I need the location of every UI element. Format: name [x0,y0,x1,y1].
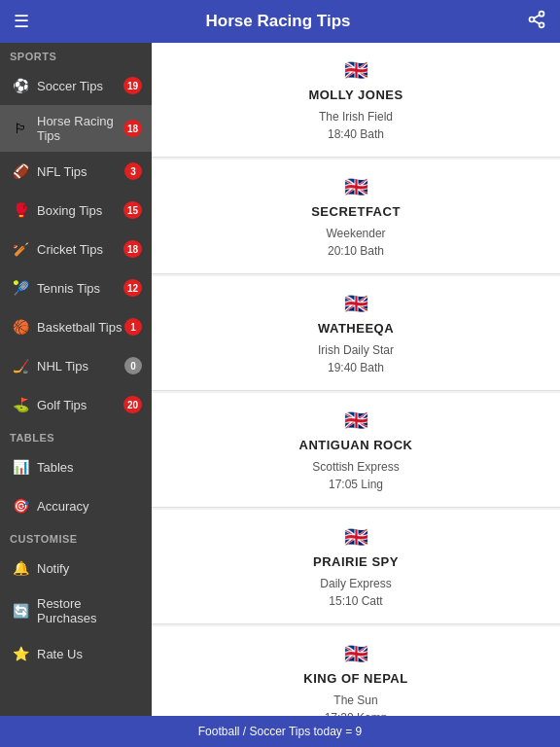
horse-racing-label: Horse Racing Tips [37,114,123,143]
horse-racing-icon: 🏳 [10,118,31,139]
sidebar-item-accuracy[interactable]: 🎯 Accuracy [0,486,152,525]
horse-time-4: 15:10 Catt [329,594,382,608]
header-title: Horse Racing Tips [206,12,351,31]
nhl-label: NHL Tips [37,359,124,374]
boxing-icon: 🥊 [10,199,31,221]
horse-flag-0: 🇬🇧 [344,58,368,82]
menu-icon[interactable]: ☰ [14,11,29,32]
rate-label: Rate Us [37,647,142,661]
nfl-icon: 🏈 [10,160,31,182]
nfl-badge: 3 [124,162,142,180]
sidebar-item-nfl[interactable]: 🏈 NFL Tips 3 [0,152,152,191]
nhl-badge: 0 [124,357,142,374]
horse-flag-4: 🇬🇧 [344,525,368,549]
horse-time-0: 18:40 Bath [328,127,384,141]
horse-card-0[interactable]: 🇬🇧 MOLLY JONES The Irish Field 18:40 Bat… [152,43,560,158]
content-area: 🇬🇧 MOLLY JONES The Irish Field 18:40 Bat… [152,43,560,716]
horse-source-5: The Sun [333,694,377,707]
restore-label: Restore Purchases [37,596,142,625]
notify-label: Notify [37,561,142,576]
horse-name-0: MOLLY JONES [308,88,402,102]
sidebar-item-rate[interactable]: ⭐ Rate Us [0,634,152,673]
sports-section-label: Sports [0,43,152,66]
sidebar-item-tennis[interactable]: 🎾 Tennis Tips 12 [0,268,152,307]
boxing-badge: 15 [123,201,142,219]
svg-line-4 [534,15,540,18]
tennis-label: Tennis Tips [37,281,123,296]
rate-icon: ⭐ [10,643,31,664]
basketball-label: Basketball Tips [37,320,124,335]
cricket-label: Cricket Tips [37,242,123,257]
sidebar-item-basketball[interactable]: 🏀 Basketball Tips 1 [0,307,152,346]
sidebar-sports-list: ⚽ Soccer Tips 19 🏳 Horse Racing Tips 18 … [0,66,152,424]
horse-flag-3: 🇬🇧 [344,409,368,432]
horse-name-2: WATHEEQA [318,321,394,336]
notify-icon: 🔔 [10,557,31,579]
sidebar-item-boxing[interactable]: 🥊 Boxing Tips 15 [0,191,152,230]
boxing-label: Boxing Tips [37,203,123,218]
tables-section-label: Tables [0,424,152,447]
sidebar: Sports ⚽ Soccer Tips 19 🏳 Horse Racing T… [0,43,152,716]
tables-label: Tables [37,460,142,475]
accuracy-icon: 🎯 [10,495,31,516]
horse-flag-1: 🇬🇧 [344,175,368,198]
cricket-icon: 🏏 [10,238,31,260]
horse-source-2: Irish Daily Star [318,343,394,357]
soccer-label: Soccer Tips [37,79,123,93]
sidebar-tables-list: 📊 Tables 🎯 Accuracy [0,447,152,525]
horse-time-2: 19:40 Bath [328,361,384,374]
horse-card-4[interactable]: 🇬🇧 PRAIRIE SPY Daily Express 15:10 Catt [152,510,560,624]
sidebar-customise-list: 🔔 Notify 🔄 Restore Purchases ⭐ Rate Us [0,549,152,673]
horse-name-3: ANTIGUAN ROCK [299,438,413,452]
accuracy-label: Accuracy [37,499,142,514]
soccer-badge: 19 [123,77,142,94]
sidebar-item-nhl[interactable]: 🏒 NHL Tips 0 [0,346,152,385]
horse-flag-5: 🇬🇧 [344,642,368,665]
customise-section-label: Customise [0,525,152,549]
tennis-icon: 🎾 [10,277,31,299]
horse-card-2[interactable]: 🇬🇧 WATHEEQA Irish Daily Star 19:40 Bath [152,276,560,391]
sidebar-item-notify[interactable]: 🔔 Notify [0,549,152,587]
horse-time-3: 17:05 Ling [329,478,383,491]
nfl-label: NFL Tips [37,164,124,179]
horse-name-1: SECRETFACT [311,204,401,219]
tables-icon: 📊 [10,456,31,478]
golf-label: Golf Tips [37,398,123,412]
horse-source-1: Weekender [326,227,385,240]
horse-name-4: PRAIRIE SPY [313,554,399,569]
svg-line-3 [534,20,540,23]
horse-source-3: Scottish Express [312,460,399,474]
horse-card-5[interactable]: 🇬🇧 KING OF NEPAL The Sun 17:20 Kemp [152,626,560,716]
horse-flag-2: 🇬🇧 [344,292,368,315]
sidebar-item-restore[interactable]: 🔄 Restore Purchases [0,587,152,634]
horse-name-5: KING OF NEPAL [303,671,407,686]
share-icon[interactable] [527,10,546,34]
sidebar-item-soccer[interactable]: ⚽ Soccer Tips 19 [0,66,152,105]
soccer-icon: ⚽ [10,75,31,96]
horse-time-1: 20:10 Bath [328,244,384,258]
sidebar-item-horse-racing[interactable]: 🏳 Horse Racing Tips 18 [0,105,152,152]
sidebar-item-golf[interactable]: ⛳ Golf Tips 20 [0,385,152,424]
horse-card-3[interactable]: 🇬🇧 ANTIGUAN ROCK Scottish Express 17:05 … [152,393,560,508]
golf-badge: 20 [123,396,142,413]
tennis-badge: 12 [123,279,142,297]
basketball-icon: 🏀 [10,316,31,338]
basketball-badge: 1 [124,318,142,336]
golf-icon: ⛳ [10,394,31,415]
horse-card-1[interactable]: 🇬🇧 SECRETFACT Weekender 20:10 Bath [152,160,560,274]
main-layout: Sports ⚽ Soccer Tips 19 🏳 Horse Racing T… [0,43,560,716]
horse-source-0: The Irish Field [319,110,393,124]
footer: Football / Soccer Tips today = 9 [0,716,560,747]
sidebar-item-tables[interactable]: 📊 Tables [0,447,152,486]
footer-text: Football / Soccer Tips today = 9 [198,725,362,738]
nhl-icon: 🏒 [10,355,31,376]
horse-source-4: Daily Express [320,577,391,590]
sidebar-item-cricket[interactable]: 🏏 Cricket Tips 18 [0,230,152,268]
app-header: ☰ Horse Racing Tips [0,0,560,43]
horse-list: 🇬🇧 MOLLY JONES The Irish Field 18:40 Bat… [152,43,560,716]
cricket-badge: 18 [123,240,142,258]
restore-icon: 🔄 [10,600,31,622]
horse-racing-badge: 18 [123,120,142,137]
